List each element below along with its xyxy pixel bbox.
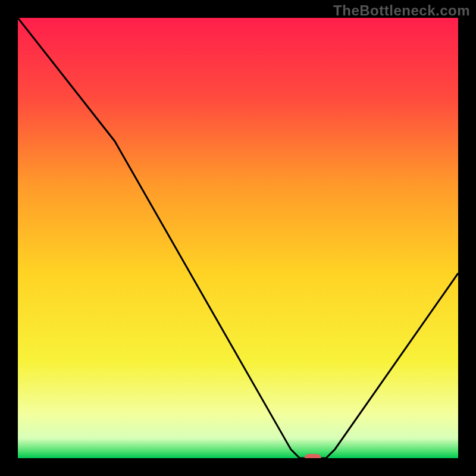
bottleneck-chart — [18, 18, 458, 458]
plot-area — [18, 18, 458, 458]
optimal-marker — [305, 454, 321, 458]
gradient-background — [18, 18, 458, 458]
chart-frame: TheBottleneck.com — [0, 0, 476, 476]
watermark-text: TheBottleneck.com — [333, 2, 470, 19]
